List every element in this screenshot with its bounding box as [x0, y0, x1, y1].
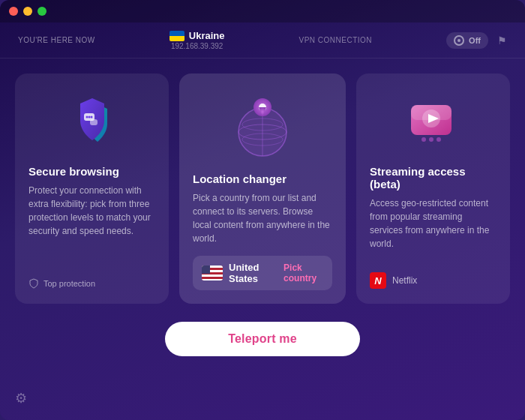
streaming-icon-area: [370, 88, 496, 156]
maximize-button[interactable]: [38, 7, 46, 16]
current-country: Ukraine: [170, 30, 225, 41]
minimize-button[interactable]: [23, 7, 32, 16]
svg-point-3: [88, 116, 90, 118]
shield-icon: [62, 92, 122, 152]
location-icon-area: [193, 88, 332, 164]
header-location: Ukraine 192.168.39.392: [170, 30, 225, 50]
country-name: Ukraine: [189, 30, 225, 41]
location-title: Location changer: [193, 172, 332, 185]
flag-button[interactable]: ⚑: [497, 34, 507, 46]
svg-point-17: [429, 137, 434, 142]
location-description: Pick a country from our list and connect…: [193, 191, 332, 245]
settings-icon[interactable]: ⚙: [15, 391, 27, 406]
app-window: YOU'RE HERE NOW Ukraine 192.168.39.392 V…: [0, 0, 525, 420]
close-button[interactable]: [9, 7, 18, 16]
teleport-button[interactable]: Teleport me: [165, 322, 360, 356]
location-changer-card: Location changer Pick a country from our…: [179, 74, 346, 304]
titlebar: [0, 0, 525, 22]
main-content: Secure browsing Protect your connection …: [0, 58, 525, 316]
vpn-toggle[interactable]: Off: [446, 32, 488, 49]
streaming-description: Access geo-restricted content from popul…: [370, 196, 496, 263]
us-flag: [202, 266, 223, 280]
netflix-label: Netflix: [392, 275, 417, 286]
shield-small-icon: [28, 278, 39, 289]
vpn-off-label: Off: [469, 36, 481, 45]
netflix-icon: N: [370, 272, 386, 289]
protection-label: Top protection: [44, 279, 95, 288]
secure-browsing-card: Secure browsing Protect your connection …: [15, 74, 169, 304]
globe-icon: [229, 88, 296, 164]
streaming-card: Streaming access (beta) Access geo-restr…: [356, 74, 510, 304]
vpn-label: VPN CONNECTION: [299, 36, 373, 44]
svg-point-16: [422, 137, 426, 142]
ukraine-flag: [170, 31, 184, 41]
streaming-title: Streaming access (beta): [370, 165, 496, 190]
toggle-circle: [454, 35, 464, 46]
secure-icon-area: [28, 88, 155, 156]
streaming-icon: [404, 93, 462, 152]
settings-area: ⚙: [15, 390, 27, 406]
pick-country-button[interactable]: Pick country: [284, 262, 323, 284]
country-selector[interactable]: United States Pick country: [193, 256, 332, 290]
secure-footer: Top protection: [28, 278, 155, 289]
svg-point-2: [86, 116, 88, 118]
svg-point-18: [436, 137, 441, 142]
selected-country: United States: [229, 262, 274, 284]
svg-point-4: [90, 116, 92, 118]
svg-rect-1: [90, 119, 98, 125]
secure-title: Secure browsing: [28, 165, 155, 178]
netflix-badge: N Netflix: [370, 272, 496, 289]
teleport-section: Teleport me: [0, 316, 525, 368]
secure-description: Protect your connection with extra flexi…: [28, 184, 155, 268]
header-controls: Off ⚑: [446, 32, 507, 49]
protection-badge: Top protection: [28, 278, 95, 289]
header: YOU'RE HERE NOW Ukraine 192.168.39.392 V…: [0, 22, 525, 58]
ip-address: 192.168.39.392: [171, 42, 224, 50]
you-are-here-label: YOU'RE HERE NOW: [18, 36, 95, 44]
